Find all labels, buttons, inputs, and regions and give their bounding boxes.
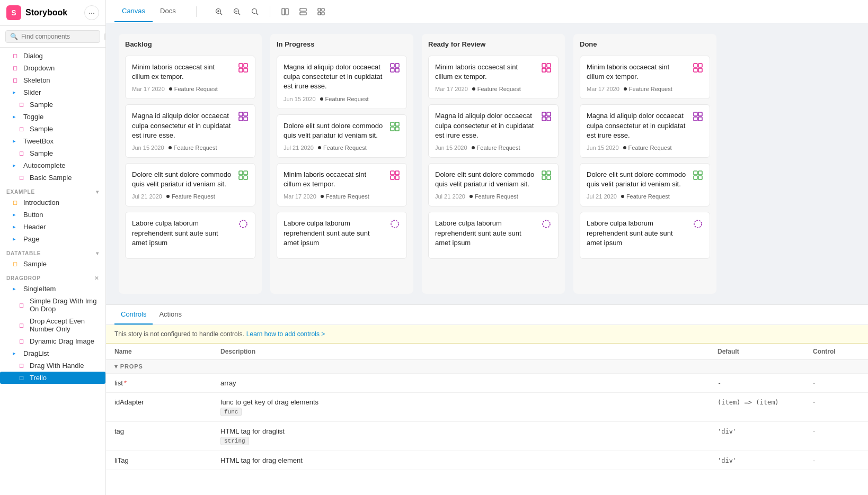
layout-1-button[interactable] (278, 4, 293, 19)
drag-handle-icon[interactable] (389, 62, 400, 75)
notice-link[interactable]: Learn how to add controls > (246, 330, 325, 338)
col-header-control: Control (804, 344, 868, 360)
drag-handle-icon[interactable] (693, 170, 703, 183)
drag-handle-icon[interactable] (541, 111, 552, 124)
sidebar-item-label: Toggle (23, 113, 43, 121)
sidebar-item-toggle[interactable]: ▸ Toggle (0, 111, 105, 123)
card-header: Magna id aliquip dolor occaecat culpa co… (132, 111, 249, 140)
nav-icon-autocomplete: ▸ (13, 162, 20, 169)
kanban-card[interactable]: Magna id aliquip dolor occaecat culpa co… (428, 104, 559, 158)
kanban-card[interactable]: Dolore elit sunt dolore commodo quis vel… (428, 163, 559, 206)
dragdrop-collapse-btn[interactable]: ✕ (94, 275, 99, 281)
sidebar-item-label: Button (23, 211, 43, 219)
kanban-card[interactable]: Minim laboris occaecat sint cillum ex te… (428, 56, 559, 99)
drag-handle-icon[interactable] (693, 219, 703, 231)
drag-handle-icon[interactable] (389, 219, 400, 231)
sidebar-item-dropdown[interactable]: ◻ Dropdown (0, 62, 105, 74)
kanban-card[interactable]: Labore culpa laborum reprehenderit sunt … (580, 212, 710, 259)
prop-control: - (804, 374, 868, 393)
kanban-card[interactable]: Minim laboris occaecat sint cillum ex te… (277, 163, 407, 206)
svg-rect-34 (391, 122, 394, 126)
sidebar-more-button[interactable]: ··· (84, 5, 99, 20)
sidebar-item-tweetbox-sample[interactable]: ◻ Sample (0, 147, 105, 159)
kanban-card[interactable]: Dolore elit sunt dolore commodo quis vel… (277, 114, 407, 158)
svg-rect-11 (300, 8, 306, 11)
sidebar-item-draglist[interactable]: ▸ DragList (0, 347, 105, 359)
sidebar-item-toggle-sample[interactable]: ◻ Sample (0, 123, 105, 135)
sidebar-item-autocomplete[interactable]: ▸ Autocomplete (0, 159, 105, 172)
drag-handle-icon[interactable] (238, 111, 249, 124)
svg-point-7 (252, 8, 256, 13)
sidebar-item-label: Sample (30, 125, 53, 133)
badge-dot (621, 195, 624, 198)
card-date: Jun 15 2020 (435, 145, 467, 151)
sidebar-item-label: Drag With Handle (30, 362, 84, 370)
drag-handle-icon[interactable] (238, 62, 249, 75)
kanban-card[interactable]: Dolore elit sunt dolore commodo quis vel… (125, 163, 255, 206)
zoom-in-button[interactable] (211, 4, 226, 19)
sidebar-item-header[interactable]: ▸ Header (0, 221, 105, 233)
zoom-reset-button[interactable] (247, 4, 262, 19)
sidebar-header: S Storybook ··· (0, 0, 105, 26)
card-footer: Jun 15 2020 Feature Request (587, 145, 703, 151)
sidebar-logo: S Storybook (6, 5, 67, 20)
card-date: Mar 17 2020 (435, 86, 468, 92)
kanban-card[interactable]: Minim laboris occaecat sint cillum ex te… (125, 56, 255, 99)
kanban-card[interactable]: Labore culpa laborum reprehenderit sunt … (428, 212, 559, 259)
sidebar-item-trello[interactable]: ◻ Trello (0, 372, 105, 384)
sidebar-item-dynamic-drag[interactable]: ◻ Dynamic Drag Image (0, 335, 105, 347)
svg-rect-66 (694, 176, 697, 179)
sidebar-item-autocomplete-basic[interactable]: ◻ Basic Sample (0, 172, 105, 184)
kanban-card[interactable]: Minim laboris occaecat sint cillum ex te… (580, 56, 710, 99)
sidebar-item-datatable-sample[interactable]: ◻ Sample (0, 258, 105, 270)
nav-icon-sample: ◻ (19, 101, 26, 108)
kanban-card[interactable]: Magna id aliquip dolor occaecat culpa co… (125, 104, 255, 158)
example-collapse-btn[interactable]: ▾ (96, 189, 99, 195)
sidebar-item-slider-sample[interactable]: ◻ Sample (0, 98, 105, 111)
drag-handle-icon[interactable] (389, 121, 400, 134)
drag-handle-icon[interactable] (238, 219, 249, 231)
kanban-card[interactable]: Labore culpa laborum reprehenderit sunt … (277, 212, 407, 259)
sidebar-item-introduction[interactable]: ◻ Introduction (0, 196, 105, 209)
prop-default: - (709, 374, 804, 393)
nav-icon-header: ▸ (13, 223, 20, 230)
sidebar-item-drag-handle[interactable]: ◻ Drag With Handle (0, 359, 105, 372)
drag-handle-icon[interactable] (541, 62, 552, 75)
drag-handle-icon[interactable] (389, 170, 400, 183)
kanban-column-title: Done (580, 40, 710, 48)
drag-handle-icon[interactable] (238, 170, 249, 183)
layout-2-button[interactable] (296, 4, 311, 19)
kanban-card[interactable]: Magna id aliquip dolor occaecat culpa co… (277, 56, 407, 109)
sidebar-item-slider[interactable]: ▸ Slider (0, 86, 105, 98)
datatable-collapse-btn[interactable]: ▾ (96, 250, 99, 256)
card-footer: Mar 17 2020 Feature Request (587, 86, 703, 92)
sidebar-item-button[interactable]: ▸ Button (0, 209, 105, 221)
sidebar-item-singleitem[interactable]: ▸ SingleItem (0, 283, 105, 295)
drag-handle-icon[interactable] (693, 62, 703, 75)
kanban-card[interactable]: Labore culpa laborum reprehenderit sunt … (125, 212, 255, 259)
tab-canvas[interactable]: Canvas (114, 1, 153, 22)
card-title: Labore culpa laborum reprehenderit sunt … (284, 219, 385, 248)
tab-actions[interactable]: Actions (153, 305, 188, 325)
zoom-out-button[interactable] (229, 4, 244, 19)
drag-handle-icon[interactable] (693, 111, 703, 124)
tab-docs[interactable]: Docs (153, 1, 183, 22)
sidebar-item-drop-accept[interactable]: ◻ Drop Accept Even Number Only (0, 315, 105, 335)
card-header: Labore culpa laborum reprehenderit sunt … (132, 219, 249, 248)
search-input[interactable] (21, 33, 101, 40)
badge-dot (472, 146, 475, 149)
drag-handle-icon[interactable] (541, 170, 552, 183)
tab-controls[interactable]: Controls (114, 305, 153, 325)
sidebar-item-dialog[interactable]: ◻ Dialog (0, 50, 105, 62)
drag-handle-icon[interactable] (541, 219, 552, 231)
sidebar-item-tweetbox[interactable]: ▸ TweetBox (0, 135, 105, 147)
layout-3-button[interactable] (314, 4, 329, 19)
card-date: Jun 15 2020 (284, 96, 316, 102)
kanban-card[interactable]: Magna id aliquip dolor occaecat culpa co… (580, 104, 710, 158)
badge-dot (470, 195, 473, 198)
sidebar-item-simple-drag[interactable]: ◻ Simple Drag With Img On Drop (0, 295, 105, 315)
kanban-card[interactable]: Dolore elit sunt dolore commodo quis vel… (580, 163, 710, 206)
sidebar-item-page[interactable]: ▸ Page (0, 233, 105, 245)
sidebar-item-skeleton[interactable]: ◻ Skeleton (0, 74, 105, 86)
card-badge: Feature Request (621, 193, 670, 200)
